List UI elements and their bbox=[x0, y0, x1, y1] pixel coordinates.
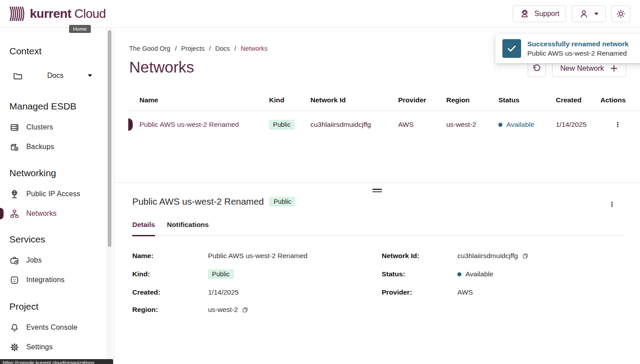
new-network-label: New Network bbox=[560, 64, 604, 73]
top-actions: Support bbox=[513, 5, 630, 22]
support-button[interactable]: Support bbox=[513, 5, 566, 22]
field-value-status: Available bbox=[457, 270, 624, 278]
toast-notification: Successfully renamed network Public AWS … bbox=[495, 34, 640, 63]
field-label-name: Name: bbox=[132, 252, 208, 260]
sidebar-item-label: Jobs bbox=[26, 256, 42, 264]
region-cell: us-west-2 bbox=[446, 121, 498, 129]
actions-cell bbox=[600, 118, 640, 131]
networks-icon bbox=[9, 209, 20, 219]
sidebar-item-clusters[interactable]: Clusters bbox=[9, 121, 114, 133]
status-label: Available bbox=[506, 121, 534, 129]
breadcrumb-networks: Networks bbox=[241, 45, 267, 52]
user-icon bbox=[579, 8, 589, 19]
network-name-link[interactable]: Public AWS us-west-2 Renamed bbox=[139, 121, 269, 129]
breadcrumb-org[interactable]: The Good Org bbox=[129, 45, 171, 52]
sidebar-heading-context: Context bbox=[9, 46, 114, 57]
active-item-marker bbox=[0, 208, 4, 219]
field-label-created: Created: bbox=[132, 288, 208, 296]
kind-badge: Public bbox=[269, 120, 295, 129]
field-label-provider: Provider: bbox=[382, 288, 457, 296]
briefcase-clock-icon bbox=[9, 255, 20, 266]
user-menu-button[interactable] bbox=[572, 5, 606, 22]
networks-table: Name Kind Network Id Provider Region Sta… bbox=[129, 89, 640, 138]
bell-icon bbox=[9, 323, 20, 333]
panel-kind-badge: Public bbox=[269, 197, 295, 206]
network-detail-panel: Public AWS us-west-2 Renamed Public Deta… bbox=[114, 182, 640, 364]
created-cell: 1/14/2025 bbox=[556, 121, 600, 129]
sidebar-item-networks[interactable]: Networks bbox=[9, 207, 114, 220]
table-row[interactable]: Public AWS us-west-2 Renamed Public cu3h… bbox=[129, 111, 640, 138]
field-label-region: Region: bbox=[132, 306, 208, 314]
context-selector-value: Docs bbox=[47, 72, 63, 80]
sidebar-scrollbar-track bbox=[106, 28, 112, 364]
sidebar-item-label: Clusters bbox=[26, 123, 53, 131]
theme-toggle-button[interactable] bbox=[611, 5, 630, 22]
status-cell: Available bbox=[498, 121, 556, 129]
chevron-down-icon bbox=[88, 74, 92, 77]
panel-actions-kebab-button[interactable] bbox=[606, 198, 618, 211]
field-value-network-id: cu3hlaiirsdmuidcjffg bbox=[457, 252, 624, 260]
tab-notifications[interactable]: Notifications bbox=[167, 221, 209, 235]
breadcrumb-separator: / bbox=[209, 45, 211, 52]
field-value-created: 1/14/2025 bbox=[208, 288, 382, 296]
column-header-created: Created bbox=[556, 96, 600, 104]
sidebar-item-label: Events Console bbox=[26, 324, 77, 332]
sidebar-item-backups[interactable]: Backups bbox=[9, 141, 114, 153]
sidebar-item-label: Backups bbox=[26, 143, 54, 151]
copy-network-id-button[interactable] bbox=[522, 253, 529, 259]
field-label-network-id: Network Id: bbox=[382, 252, 457, 260]
main-content: The Good Org / Projects / Docs / Network… bbox=[114, 28, 640, 364]
sidebar-item-label: Integrations bbox=[26, 276, 65, 284]
field-value-kind: Public bbox=[208, 269, 382, 279]
table-header-row: Name Kind Network Id Provider Region Sta… bbox=[129, 89, 640, 111]
row-actions-kebab-button[interactable] bbox=[612, 118, 624, 131]
sidebar-item-events-console[interactable]: Events Console bbox=[9, 321, 114, 334]
sidebar-heading-services: Services bbox=[9, 234, 114, 245]
support-label: Support bbox=[534, 10, 559, 18]
status-dot-icon bbox=[457, 272, 461, 276]
kind-cell: Public bbox=[269, 120, 310, 129]
top-bar: kurrentCloud Support bbox=[0, 0, 640, 28]
column-header-provider: Provider bbox=[398, 96, 446, 104]
sidebar-item-label: Public IP Access bbox=[26, 190, 80, 198]
breadcrumb-separator: / bbox=[175, 45, 177, 52]
sidebar-item-public-ip-access[interactable]: Public IP Access bbox=[9, 188, 114, 200]
kurrent-ripple-icon bbox=[9, 6, 26, 21]
kurrent-logo[interactable]: kurrentCloud bbox=[9, 6, 106, 21]
sidebar-item-label: Settings bbox=[26, 343, 53, 351]
chevron-down-icon bbox=[594, 12, 599, 16]
panel-title: Public AWS us-west-2 Renamed bbox=[132, 196, 264, 207]
panel-tabs: Details Notifications bbox=[132, 221, 624, 236]
success-check-icon bbox=[502, 39, 521, 58]
panel-header: Public AWS us-west-2 Renamed Public bbox=[132, 196, 609, 207]
context-selector[interactable]: Docs bbox=[12, 69, 114, 82]
sidebar-heading-networking: Networking bbox=[9, 168, 114, 178]
breadcrumb-separator: / bbox=[234, 45, 236, 52]
column-header-network-id: Network Id bbox=[310, 96, 398, 104]
sidebar-item-jobs[interactable]: Jobs bbox=[9, 254, 114, 267]
copy-region-button[interactable] bbox=[242, 307, 249, 313]
column-header-region: Region bbox=[446, 96, 498, 104]
panel-resize-handle-icon[interactable] bbox=[371, 187, 383, 194]
home-tooltip: Home bbox=[69, 25, 91, 33]
sidebar-item-integrations[interactable]: Integrations bbox=[9, 274, 114, 286]
breadcrumb-docs[interactable]: Docs bbox=[215, 45, 230, 52]
column-header-actions: Actions bbox=[600, 96, 640, 104]
sidebar-heading-managed-esdb: Managed ESDB bbox=[9, 101, 114, 112]
backups-icon bbox=[9, 142, 20, 152]
sidebar-item-settings[interactable]: Settings bbox=[9, 341, 114, 353]
toast-message: Public AWS us-west-2 Renamed bbox=[527, 49, 628, 57]
refresh-icon bbox=[532, 63, 542, 73]
sidebar-scrollbar-thumb[interactable] bbox=[108, 30, 111, 247]
region-text: us-west-2 bbox=[208, 306, 238, 314]
tab-details[interactable]: Details bbox=[132, 221, 155, 235]
globe-icon bbox=[9, 189, 20, 199]
field-value-region: us-west-2 bbox=[208, 306, 382, 314]
breadcrumb-projects[interactable]: Projects bbox=[181, 45, 204, 52]
field-label-kind: Kind: bbox=[132, 270, 208, 278]
gear-icon bbox=[9, 342, 20, 352]
folder-icon bbox=[12, 70, 24, 81]
link-preview-status-bar: https://console.kurrent.cloud/organizati… bbox=[0, 359, 113, 364]
clusters-icon bbox=[9, 122, 20, 133]
sidebar-item-label: Networks bbox=[26, 210, 57, 218]
